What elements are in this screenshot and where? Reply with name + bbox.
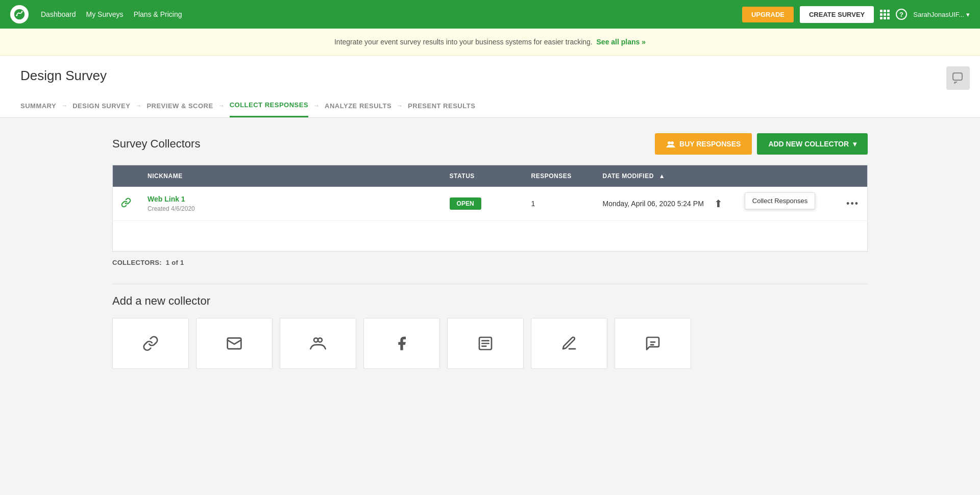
breadcrumb-collect-responses[interactable]: COLLECT RESPONSES bbox=[230, 94, 308, 117]
upgrade-button[interactable]: UPGRADE bbox=[742, 7, 794, 22]
row-status-cell: OPEN bbox=[442, 187, 523, 221]
buy-responses-button[interactable]: BUY RESPONSES bbox=[655, 133, 752, 155]
row-actions-cell[interactable]: ••• bbox=[838, 187, 867, 221]
col-responses-header[interactable]: RESPONSES bbox=[523, 165, 595, 187]
status-badge: OPEN bbox=[450, 197, 481, 210]
add-collector-title: Add a new collector bbox=[112, 294, 868, 308]
link-collector-icon bbox=[121, 200, 131, 210]
collector-card-facebook[interactable] bbox=[363, 318, 440, 369]
page-title: Design Survey bbox=[20, 68, 960, 84]
nav-plans-pricing[interactable]: Plans & Pricing bbox=[134, 10, 182, 18]
collectors-header: Survey Collectors BUY RESPONSES ADD NEW … bbox=[112, 133, 868, 155]
responses-count: 1 bbox=[531, 200, 535, 208]
collectors-actions: BUY RESPONSES ADD NEW COLLECTOR ▾ bbox=[655, 133, 868, 155]
arrow-2: → bbox=[135, 102, 141, 109]
arrow-4: → bbox=[313, 102, 320, 109]
user-menu[interactable]: SarahJonasUIF... ▾ bbox=[913, 11, 970, 18]
see-all-plans-link[interactable]: See all plans » bbox=[597, 38, 646, 46]
header-right: UPGRADE CREATE SURVEY ? SarahJonasUIF...… bbox=[742, 6, 970, 23]
collector-created-date: Created 4/6/2020 bbox=[148, 205, 195, 212]
table-header: NICKNAME STATUS RESPONSES DATE MODIFIED … bbox=[113, 165, 868, 187]
col-actions-header bbox=[838, 165, 867, 187]
svg-point-0 bbox=[14, 9, 25, 20]
add-new-collector-button[interactable]: ADD NEW COLLECTOR ▾ bbox=[757, 133, 868, 155]
table-body: Web Link 1 Created 4/6/2020 OPEN 1 Monda… bbox=[113, 187, 868, 252]
collectors-title: Survey Collectors bbox=[112, 137, 200, 151]
date-modified-value: Monday, April 06, 2020 5:24 PM bbox=[603, 200, 704, 208]
main-content: Survey Collectors BUY RESPONSES ADD NEW … bbox=[0, 118, 980, 424]
breadcrumb-summary[interactable]: SUMMARY bbox=[20, 95, 56, 117]
breadcrumb-design-survey[interactable]: DESIGN SURVEY bbox=[72, 95, 130, 117]
collector-card-contacts[interactable] bbox=[280, 318, 356, 369]
svg-point-10 bbox=[318, 338, 322, 342]
svg-point-1 bbox=[16, 15, 17, 16]
collect-responses-tooltip-container: ⬆ Collect Responses bbox=[714, 197, 723, 210]
promo-banner: Integrate your event survey results into… bbox=[0, 29, 980, 56]
collect-responses-tooltip: Collect Responses bbox=[745, 192, 815, 209]
help-icon[interactable]: ? bbox=[896, 9, 907, 20]
arrow-5: → bbox=[397, 102, 403, 109]
table-row: Web Link 1 Created 4/6/2020 OPEN 1 Monda… bbox=[113, 187, 868, 221]
breadcrumb-nav: SUMMARY → DESIGN SURVEY → PREVIEW & SCOR… bbox=[20, 94, 960, 117]
dropdown-arrow-icon: ▾ bbox=[853, 140, 856, 148]
chat-button[interactable] bbox=[946, 66, 970, 90]
header: Dashboard My Surveys Plans & Pricing UPG… bbox=[0, 0, 980, 29]
collector-cards bbox=[112, 318, 868, 369]
sort-arrow-icon: ▲ bbox=[659, 172, 665, 180]
create-survey-button[interactable]: CREATE SURVEY bbox=[800, 6, 874, 23]
row-nickname-cell: Web Link 1 Created 4/6/2020 bbox=[139, 187, 442, 221]
arrow-3: → bbox=[218, 102, 225, 109]
breadcrumb-preview-score[interactable]: PREVIEW & SCORE bbox=[146, 95, 213, 117]
more-actions-button[interactable]: ••• bbox=[846, 199, 859, 209]
main-nav: Dashboard My Surveys Plans & Pricing bbox=[41, 10, 730, 18]
section-divider bbox=[112, 284, 868, 284]
nav-dashboard[interactable]: Dashboard bbox=[41, 10, 76, 18]
nav-my-surveys[interactable]: My Surveys bbox=[86, 10, 124, 18]
collector-card-manual[interactable] bbox=[531, 318, 607, 369]
collector-name-link[interactable]: Web Link 1 bbox=[148, 195, 433, 203]
svg-point-7 bbox=[671, 141, 674, 144]
row-date-cell: Monday, April 06, 2020 5:24 PM ⬆ Collect… bbox=[595, 187, 839, 221]
svg-point-6 bbox=[668, 141, 671, 144]
logo[interactable] bbox=[10, 5, 29, 23]
empty-cell bbox=[113, 221, 868, 252]
arrow-1: → bbox=[61, 102, 67, 109]
breadcrumb-analyze-results[interactable]: ANALYZE RESULTS bbox=[325, 95, 391, 117]
collector-card-survey-kiosk[interactable] bbox=[447, 318, 524, 369]
col-nickname-header[interactable]: NICKNAME bbox=[139, 165, 442, 187]
svg-point-2 bbox=[21, 11, 23, 12]
collector-card-weblink[interactable] bbox=[112, 318, 189, 369]
collector-card-email[interactable] bbox=[196, 318, 273, 369]
cursor-indicator: ⬆ bbox=[714, 198, 723, 209]
svg-rect-5 bbox=[953, 73, 962, 80]
row-icon-cell bbox=[113, 187, 140, 221]
collector-card-messenger[interactable] bbox=[615, 318, 691, 369]
svg-text:?: ? bbox=[899, 11, 903, 18]
page-title-area: Design Survey SUMMARY → DESIGN SURVEY → … bbox=[0, 56, 980, 118]
row-responses-cell: 1 bbox=[523, 187, 595, 221]
grid-icon[interactable] bbox=[880, 10, 890, 19]
empty-row bbox=[113, 221, 868, 252]
collectors-count: COLLECTORS: 1 of 1 bbox=[112, 252, 868, 274]
col-date-header[interactable]: DATE MODIFIED ▲ bbox=[595, 165, 839, 187]
col-status-header[interactable]: STATUS bbox=[442, 165, 523, 187]
breadcrumb-present-results[interactable]: PRESENT RESULTS bbox=[408, 95, 475, 117]
collectors-table: NICKNAME STATUS RESPONSES DATE MODIFIED … bbox=[112, 165, 868, 252]
col-icon-header bbox=[113, 165, 140, 187]
